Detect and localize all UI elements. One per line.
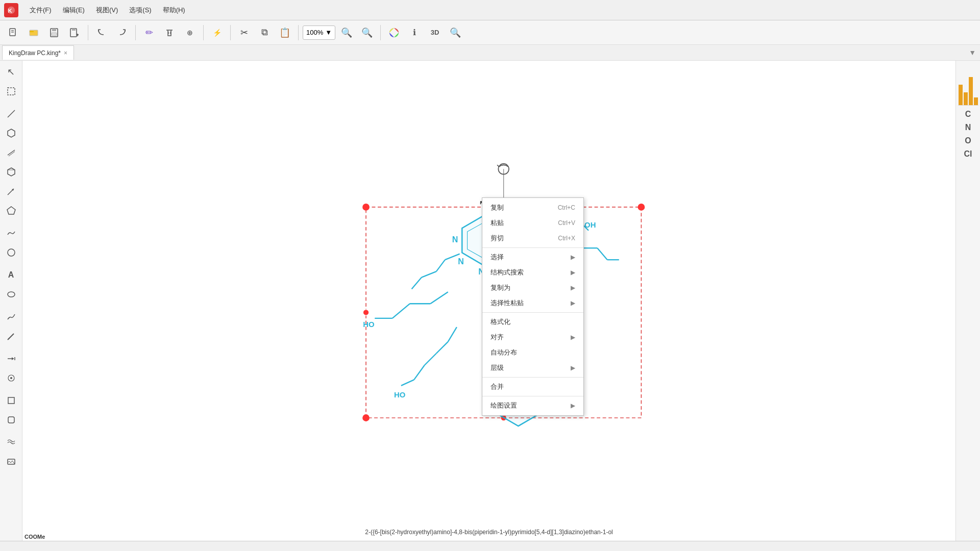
svg-line-29 — [9, 334, 14, 339]
delete-tool[interactable] — [160, 23, 179, 42]
ctx-sep-4 — [482, 396, 583, 396]
zoom-control[interactable]: 100% ▼ — [303, 26, 335, 40]
rounded-rect-tool[interactable] — [2, 411, 20, 429]
svg-point-28 — [8, 292, 15, 297]
arrow-tool[interactable] — [2, 182, 20, 201]
pointer-tool[interactable]: ↖ — [2, 63, 20, 81]
ctx-cut[interactable]: 剪切 Ctrl+X — [482, 231, 583, 246]
separator-1 — [88, 25, 88, 40]
ctx-merge[interactable]: 合并 — [482, 379, 583, 394]
brush-tool[interactable] — [2, 327, 20, 345]
circle-tool[interactable] — [2, 243, 20, 262]
ctx-select[interactable]: 选择 ▶ — [482, 249, 583, 265]
image-tool[interactable] — [2, 453, 20, 471]
ctx-struct-search[interactable]: 结构式搜索 ▶ — [482, 265, 583, 280]
menu-help[interactable]: 帮助(H) — [158, 4, 190, 17]
oval-tool[interactable] — [2, 285, 20, 304]
wave-tool[interactable] — [2, 224, 20, 242]
svg-line-64 — [430, 292, 448, 304]
svg-rect-17 — [8, 88, 15, 95]
ctx-copy[interactable]: 复制 Ctrl+C — [482, 200, 583, 215]
search-tool[interactable]: 🔍 — [446, 23, 464, 42]
zoom-out-button[interactable]: 🔍 — [337, 23, 356, 42]
double-line-tool[interactable] — [2, 143, 20, 162]
color-tool[interactable] — [385, 23, 403, 42]
save-button[interactable] — [45, 23, 63, 42]
ctx-cut-shortcut: Ctrl+X — [558, 235, 575, 242]
ctx-paste-shortcut: Ctrl+V — [558, 219, 575, 227]
ctx-auto-distribute[interactable]: 自动分布 — [482, 345, 583, 360]
hex-tool[interactable] — [2, 124, 20, 142]
separator-6 — [380, 25, 381, 40]
svg-rect-6 — [30, 31, 34, 32]
ctx-format[interactable]: 格式化 — [482, 314, 583, 330]
hex2-tool[interactable] — [2, 163, 20, 181]
tab-close-button[interactable]: × — [64, 49, 67, 57]
bracket-tool[interactable] — [2, 391, 20, 410]
ctx-draw-settings-label: 绘图设置 — [491, 401, 517, 410]
main-tab[interactable]: KingDraw PC.king* × — [2, 45, 74, 60]
ctx-align-arrow: ▶ — [571, 334, 575, 341]
ctx-layer[interactable]: 层级 ▶ — [482, 360, 583, 375]
separator-2 — [135, 25, 136, 40]
svg-text:HO: HO — [394, 391, 405, 399]
ctx-select-arrow: ▶ — [571, 254, 575, 261]
canvas-area[interactable]: N N N N N N — [22, 61, 955, 541]
ctx-align[interactable]: 对齐 ▶ — [482, 330, 583, 345]
main-area: ↖ — [0, 61, 980, 541]
svg-marker-22 — [8, 168, 15, 176]
svg-text:N: N — [458, 257, 464, 266]
freehand-tool[interactable] — [2, 308, 20, 326]
menu-file[interactable]: 文件(F) — [24, 4, 57, 17]
ctx-copy-as[interactable]: 复制为 ▶ — [482, 280, 583, 295]
ctx-copy-shortcut: Ctrl+C — [558, 204, 575, 211]
ctx-align-label: 对齐 — [491, 333, 504, 342]
open-button[interactable] — [24, 23, 43, 42]
ctx-paste-special-arrow: ▶ — [571, 299, 575, 307]
svg-line-66 — [393, 304, 410, 319]
zoom-dropdown-icon: ▼ — [325, 29, 332, 36]
pentagon-tool[interactable] — [2, 202, 20, 220]
copy-tool[interactable]: ⧉ — [255, 23, 274, 42]
menu-view[interactable]: 视图(V) — [91, 4, 123, 17]
ctx-paste[interactable]: 粘贴 Ctrl+V — [482, 215, 583, 231]
info-tool[interactable]: ℹ — [405, 23, 424, 42]
flow-arrow-tool[interactable] — [2, 349, 20, 368]
svg-point-27 — [8, 249, 15, 256]
save-as-button[interactable] — [65, 23, 84, 42]
ctx-struct-search-label: 结构式搜索 — [491, 268, 524, 277]
menu-bar: 文件(F) 编辑(E) 视图(V) 选项(S) 帮助(H) — [24, 4, 190, 17]
tab-dropdown[interactable]: ▼ — [965, 48, 980, 57]
paste-tool[interactable]: 📋 — [276, 23, 294, 42]
status-bar — [0, 541, 980, 551]
shape-tool[interactable]: ⊕ — [181, 23, 199, 42]
zoom-in-button[interactable]: 🔍 — [358, 23, 376, 42]
marquee-tool[interactable] — [2, 82, 20, 101]
pen-tool[interactable]: ✏ — [140, 23, 158, 42]
menu-options[interactable]: 选项(S) — [124, 4, 156, 17]
new-button[interactable] — [4, 23, 22, 42]
tab-bar: KingDraw PC.king* × ▼ — [0, 45, 980, 61]
ctx-paste-special[interactable]: 选择性粘贴 ▶ — [482, 295, 583, 311]
undo-button[interactable] — [92, 23, 111, 42]
wave2-tool[interactable] — [2, 433, 20, 452]
menu-edit[interactable]: 编辑(E) — [58, 4, 90, 17]
svg-text:OH: OH — [584, 221, 596, 229]
svg-line-30 — [8, 338, 9, 340]
3d-tool[interactable]: 3D — [426, 23, 444, 42]
ctx-sep-3 — [482, 377, 583, 378]
ctx-format-label: 格式化 — [491, 317, 510, 327]
ctx-draw-settings[interactable]: 绘图设置 ▶ — [482, 398, 583, 413]
target-tool[interactable] — [2, 369, 20, 387]
svg-text:HO: HO — [363, 321, 374, 329]
line-tool[interactable] — [2, 105, 20, 123]
percent-tool[interactable]: ⚡ — [208, 23, 226, 42]
svg-point-46 — [363, 310, 369, 315]
svg-line-18 — [8, 110, 15, 117]
svg-line-70 — [436, 342, 448, 354]
text-tool[interactable]: A — [2, 266, 20, 284]
cut-tool[interactable]: ✂ — [235, 23, 253, 42]
redo-button[interactable] — [113, 23, 131, 42]
separator-4 — [230, 25, 231, 40]
svg-rect-8 — [52, 29, 56, 31]
